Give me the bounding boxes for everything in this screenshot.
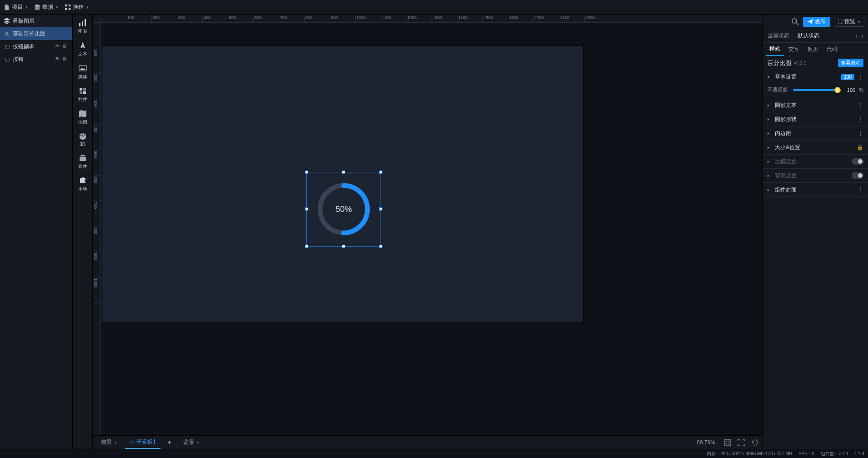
grid-icon (65, 4, 71, 10)
tab-label: 子看板1 (136, 438, 156, 446)
tutorial-button[interactable]: 查看教程 (838, 59, 863, 67)
menu-project[interactable]: 项目▾ (4, 3, 28, 11)
opacity-badge[interactable]: 100 (841, 74, 854, 80)
send-icon (808, 19, 813, 25)
more-icon[interactable]: ⋮ (857, 130, 863, 137)
selection-box[interactable]: 50% (306, 172, 381, 247)
add-tab-button[interactable]: + (164, 438, 175, 447)
layer-panel-header: 看板图层 (0, 15, 72, 27)
toolbox-text[interactable]: 文本 (78, 41, 87, 57)
lock-icon[interactable]: 🔒 (857, 144, 863, 151)
more-icon[interactable]: ⋮ (857, 73, 863, 81)
resize-handle-nw[interactable] (305, 171, 308, 174)
canvas-stage[interactable]: 50% (101, 23, 763, 435)
ruler-horizontal: 1002003004005006007008009001000110012001… (101, 15, 763, 23)
section-background: ▸ 背景设置 (763, 169, 868, 183)
opacity-value: 100 (842, 87, 855, 93)
layer-item-button-copy[interactable]: ▢ 按钮副本 👁⚙ (0, 40, 72, 53)
section-label: 大小&位置 (775, 144, 854, 151)
toolbox-chart[interactable]: 图表 (78, 18, 87, 35)
percent-gauge[interactable]: 50% (314, 180, 373, 239)
menu-operate[interactable]: 操作▾ (65, 3, 89, 11)
section-cover-header[interactable]: ▸ 组件封面 ⋮ (763, 183, 868, 196)
layer-panel: 看板图层 ◎ 基础百分比图 ▢ 按钮副本 👁⚙ ▢ 按钮 👁⚙ (0, 15, 73, 449)
svg-rect-4 (69, 8, 70, 10)
tab-data[interactable]: 数据 (804, 43, 822, 56)
file-icon (4, 4, 10, 10)
publish-button[interactable]: 发布 (803, 17, 830, 27)
expand-icon[interactable] (737, 438, 745, 447)
more-icon[interactable]: ⋮ (857, 116, 863, 123)
state-value: 默认状态 (798, 32, 819, 40)
puzzle-icon (78, 176, 87, 185)
resize-handle-sw[interactable] (305, 245, 308, 248)
search-icon[interactable] (791, 18, 799, 26)
resize-handle-e[interactable] (379, 207, 382, 211)
section-sizepos-header[interactable]: ▸ 大小&位置 🔒 (763, 141, 868, 154)
svg-rect-12 (83, 91, 86, 94)
property-tabs: 样式 交互 数据 代码 (763, 43, 868, 56)
more-icon[interactable]: ⋮ (857, 101, 863, 109)
opacity-slider[interactable] (793, 89, 838, 91)
toolbox-3d[interactable]: 3D (78, 132, 87, 147)
cube-icon (78, 132, 87, 141)
section-basic-header[interactable]: ▾ 基本设置 100 ⋮ (763, 70, 868, 84)
slider-knob[interactable] (834, 87, 841, 93)
opacity-label: 不透明度 (768, 86, 789, 93)
menubar: 项目▾ 数据▾ 操作▾ (0, 0, 868, 15)
svg-rect-11 (80, 91, 82, 94)
preview-button[interactable]: ⛶ 预览 ▾ (834, 17, 864, 27)
preview-label: 预览 (844, 18, 855, 25)
resize-handle-se[interactable] (379, 245, 382, 248)
toolbox-widget[interactable]: 控件 (78, 86, 87, 103)
status-bar: 内存：264 / 3822 / 4096 MB 173 / 437 MB FPS… (0, 449, 868, 458)
square-icon: ▢ (5, 56, 10, 62)
refresh-icon[interactable] (751, 438, 759, 447)
layer-item-button[interactable]: ▢ 按钮 👁⚙ (0, 53, 72, 65)
toggle-switch[interactable] (852, 172, 863, 179)
tab-interact[interactable]: 交互 (785, 43, 803, 56)
section-ringtext-header[interactable]: ▸ 圆形文本 ⋮ (763, 98, 868, 112)
canvas-area[interactable]: 1002003004005006007008009001000110012001… (93, 15, 763, 435)
fit-icon[interactable] (723, 438, 732, 447)
layer-list: ◎ 基础百分比图 ▢ 按钮副本 👁⚙ ▢ 按钮 👁⚙ (0, 27, 72, 449)
toggle-switch[interactable] (852, 158, 863, 165)
section-background-header[interactable]: ▸ 背景设置 (763, 169, 868, 182)
status-fps: FPS：6 (798, 451, 814, 457)
eye-icon[interactable]: 👁 (55, 56, 60, 62)
section-ringshape-header[interactable]: ▸ 圆形形状 ⋮ (763, 112, 868, 126)
svg-rect-8 (79, 65, 86, 71)
tab-subboard[interactable]: ▭子看板1 (125, 436, 161, 449)
chevron-right-icon[interactable]: › (861, 32, 863, 40)
resize-handle-ne[interactable] (379, 171, 382, 174)
canvas-footer: 前景▾ ▭子看板1 + 背景▾ 69.79% (93, 435, 763, 449)
tab-foreground[interactable]: 前景▾ (96, 436, 121, 449)
section-border-header[interactable]: ▸ 边框设置 (763, 155, 868, 168)
section-padding-header[interactable]: ▸ 内边距 ⋮ (763, 126, 868, 140)
add-state-button[interactable]: + (855, 32, 858, 40)
toolbox-label: 文本 (78, 51, 87, 57)
layer-item-percent-chart[interactable]: ◎ 基础百分比图 (0, 27, 72, 40)
gear-icon[interactable]: ⚙ (62, 56, 68, 62)
resize-handle-w[interactable] (305, 207, 308, 211)
menu-data-label: 数据 (42, 3, 53, 11)
tab-background[interactable]: 背景▾ (179, 436, 204, 449)
section-label: 背景设置 (775, 172, 849, 180)
gear-icon[interactable]: ⚙ (62, 44, 68, 49)
section-label: 内边距 (775, 130, 854, 137)
tab-code[interactable]: 代码 (823, 43, 841, 56)
toolbox-local[interactable]: 本地 (78, 176, 87, 192)
resize-handle-n[interactable] (342, 171, 345, 174)
tab-style[interactable]: 样式 (766, 43, 784, 56)
toolbox-kit[interactable]: 套件 (78, 153, 87, 170)
component-version: v0.1.0 (794, 60, 806, 65)
menu-data[interactable]: 数据▾ (34, 3, 58, 11)
resize-handle-s[interactable] (342, 245, 345, 248)
dashboard-board[interactable]: 50% (102, 45, 584, 323)
component-name: 百分比图 (768, 59, 791, 67)
more-icon[interactable]: ⋮ (857, 186, 863, 193)
toolbox-media[interactable]: 媒体 (78, 64, 87, 80)
toolbox-map[interactable]: 地图 (78, 109, 87, 126)
layer-item-label: 基础百分比图 (13, 30, 68, 38)
eye-icon[interactable]: 👁 (55, 44, 60, 49)
